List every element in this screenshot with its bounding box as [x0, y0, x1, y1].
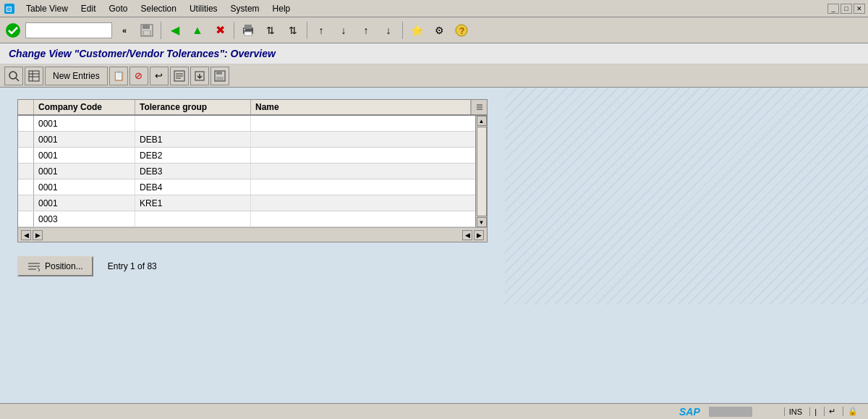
- download-button[interactable]: ⇅: [283, 20, 303, 41]
- scroll-right[interactable]: ◀: [462, 230, 472, 240]
- print-button[interactable]: [238, 20, 258, 41]
- cell-tolerance-1: [135, 116, 251, 131]
- cell-name-2: [251, 132, 475, 147]
- scroll-right-last[interactable]: ▶: [474, 230, 484, 240]
- svg-point-13: [9, 72, 17, 79]
- cell-name-6: [251, 195, 475, 211]
- sap-logo-bar: [709, 407, 752, 417]
- main-content: Company Code Tolerance group Name: [0, 88, 868, 305]
- cell-tolerance-7: [135, 211, 251, 227]
- data-table: Company Code Tolerance group Name: [17, 99, 488, 242]
- table-row[interactable]: 0003: [18, 211, 475, 227]
- new-entries-button[interactable]: New Entries: [45, 67, 108, 85]
- upload-button[interactable]: ⇅: [260, 20, 281, 41]
- table-body-container: 0001 0001 DEB1 0001 D: [18, 116, 487, 227]
- cell-name-1: [251, 116, 475, 131]
- detail-button[interactable]: [170, 67, 189, 85]
- app-logo: ⊡: [3, 2, 16, 15]
- select-all-checkbox[interactable]: [18, 100, 34, 114]
- help-button[interactable]: ?: [451, 20, 472, 41]
- row-checkbox-3[interactable]: [18, 148, 34, 163]
- toolbar-separator-4: [402, 22, 403, 39]
- nav-first-button[interactable]: «: [114, 20, 135, 41]
- cell-company-5: 0001: [34, 179, 135, 195]
- table-row[interactable]: 0001 DEB1: [18, 132, 475, 148]
- scroll-left[interactable]: ▶: [33, 230, 43, 240]
- menu-table-view[interactable]: Table View: [20, 2, 74, 15]
- toolbar-separator-1: [161, 22, 161, 39]
- row-checkbox-6[interactable]: [18, 195, 34, 211]
- return-icon[interactable]: ↵: [824, 407, 840, 416]
- back-button[interactable]: ◀: [165, 20, 185, 41]
- row-checkbox-4[interactable]: [18, 164, 34, 179]
- table-row[interactable]: 0001 DEB4: [18, 179, 475, 195]
- export-button[interactable]: [190, 67, 209, 85]
- search-icon-button[interactable]: [4, 67, 23, 85]
- table-row[interactable]: 0001 KRE1: [18, 195, 475, 211]
- bookmark-button[interactable]: ⭐: [407, 20, 427, 41]
- table-row[interactable]: 0001 DEB2: [18, 148, 475, 164]
- menu-bar: ⊡ Table View Edit Goto Selection Utiliti…: [0, 0, 868, 17]
- menu-edit[interactable]: Edit: [75, 2, 102, 15]
- row-checkbox-2[interactable]: [18, 132, 34, 147]
- table-row[interactable]: 0001: [18, 116, 475, 132]
- scroll-thumb[interactable]: [477, 127, 487, 216]
- toolbar-separator-2: [234, 22, 234, 39]
- menu-system[interactable]: System: [225, 2, 265, 15]
- row-checkbox-1[interactable]: [18, 116, 34, 131]
- status-separator: |: [809, 407, 821, 416]
- column-header-name: Name: [251, 100, 471, 114]
- svg-line-14: [16, 78, 19, 81]
- menu-help[interactable]: Help: [267, 2, 297, 15]
- svg-rect-6: [144, 31, 150, 35]
- entry-info: Entry 1 of 83: [108, 261, 157, 271]
- svg-point-2: [6, 23, 20, 38]
- copy-button[interactable]: 📋: [109, 67, 128, 85]
- menu-utilities[interactable]: Utilities: [184, 2, 224, 15]
- command-input[interactable]: [25, 22, 112, 38]
- scroll-left-first[interactable]: ◀: [21, 230, 31, 240]
- confirm-button[interactable]: [3, 20, 23, 41]
- row-checkbox-7[interactable]: [18, 211, 34, 227]
- minimize-button[interactable]: _: [827, 4, 839, 14]
- nav-next-button[interactable]: ↓: [333, 20, 354, 41]
- cancel-button[interactable]: ✖: [210, 20, 230, 41]
- column-header-tolerance-group: Tolerance group: [135, 100, 251, 114]
- cell-company-4: 0001: [34, 164, 135, 179]
- scroll-down-button[interactable]: ▼: [477, 217, 487, 227]
- column-settings-button[interactable]: [471, 100, 487, 114]
- main-toolbar: « ◀ ▲ ✖ ⇅ ⇅ ↑ ↓ ↑ ↓ ⭐ ⚙ ?: [0, 17, 868, 43]
- save-local-button[interactable]: [210, 67, 229, 85]
- nav-prev-button[interactable]: ↑: [311, 20, 331, 41]
- cell-name-3: [251, 148, 475, 163]
- save-button[interactable]: [137, 20, 157, 41]
- up-button[interactable]: ▲: [187, 20, 208, 41]
- cell-company-1: 0001: [34, 116, 135, 131]
- maximize-button[interactable]: □: [841, 4, 852, 14]
- nav-up-button[interactable]: ↑: [356, 20, 376, 41]
- close-button[interactable]: ✕: [854, 4, 865, 14]
- scroll-up-button[interactable]: ▲: [477, 116, 487, 126]
- table-row[interactable]: 0001 DEB3: [18, 164, 475, 179]
- footer-scroll-right: ◀ ▶: [462, 230, 484, 240]
- row-checkbox-5[interactable]: [18, 179, 34, 195]
- cell-name-7: [251, 211, 475, 227]
- menu-goto[interactable]: Goto: [103, 2, 134, 15]
- delete-button[interactable]: ⊘: [129, 67, 148, 85]
- cell-company-2: 0001: [34, 132, 135, 147]
- customize-button[interactable]: ⚙: [429, 20, 449, 41]
- position-button[interactable]: Position...: [17, 256, 93, 276]
- ins-indicator: INS: [784, 407, 807, 416]
- svg-rect-9: [244, 32, 252, 35]
- svg-text:⊡: ⊡: [6, 5, 12, 13]
- window-controls: _ □ ✕: [827, 4, 865, 14]
- cell-tolerance-4: DEB3: [135, 164, 251, 179]
- menu-selection[interactable]: Selection: [135, 2, 182, 15]
- undo-button[interactable]: ↩: [150, 67, 169, 85]
- cell-name-4: [251, 164, 475, 179]
- table-icon-button[interactable]: [25, 67, 43, 85]
- status-right: INS | ↵ 🔒: [784, 407, 862, 416]
- nav-down-button[interactable]: ↓: [378, 20, 399, 41]
- svg-rect-10: [244, 29, 245, 30]
- vertical-scrollbar[interactable]: ▲ ▼: [475, 116, 487, 227]
